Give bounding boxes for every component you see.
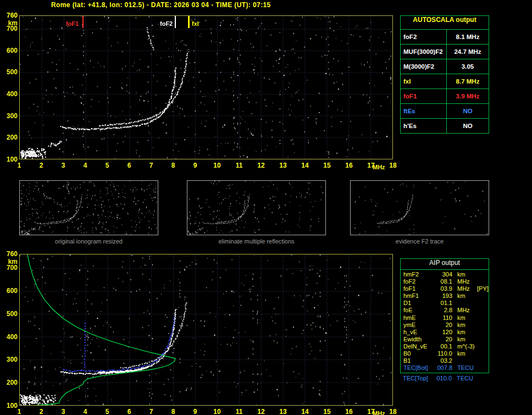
- aip-cell-val: 304: [435, 271, 457, 278]
- inverted-ionogram-plot: [19, 254, 393, 406]
- aip-cell-n: foF1: [403, 285, 435, 292]
- thumb-caption-eliminate: eliminate multiple reflections: [187, 238, 326, 245]
- aip-cell-u: TECU: [457, 375, 476, 382]
- marker-label-fof2: foF2: [160, 20, 173, 27]
- x-axis-unit-label: MHz: [373, 164, 385, 170]
- aip-row-hmF2: hmF2304km: [401, 271, 489, 278]
- thumb-caption-original: original ionogram resized: [19, 238, 158, 245]
- station-date-time-title: Rome (lat: +41.8, lon: 012.5) - DATE: 20…: [51, 1, 271, 9]
- autoscala-param-label: foF1: [401, 89, 447, 103]
- x-tick-label: 6: [121, 408, 137, 415]
- x-tick-label: 12: [253, 408, 269, 415]
- autoscala-param-label: MUF(3000)F2: [401, 45, 447, 59]
- aip-cell-n: h_vE: [403, 329, 435, 336]
- x-tick-label: 1: [11, 162, 27, 169]
- aip-row-ymE: ymE20km: [401, 322, 489, 329]
- aip-cell-val: 03.9: [435, 285, 457, 292]
- x-tick-label: 10: [209, 408, 225, 415]
- x-tick-label: 13: [275, 408, 291, 415]
- autoscala-param-value: 3.05: [447, 63, 489, 70]
- aip-cell-val: 110.0: [435, 350, 457, 357]
- x-tick-label: 13: [275, 162, 291, 169]
- aip-cell-note: [477, 357, 489, 364]
- y-tick-label: 300: [2, 356, 18, 363]
- scaled-ionogram-canvas: [20, 16, 392, 159]
- x-tick-label: 18: [385, 162, 401, 169]
- aip-cell-note: [PY]: [477, 285, 490, 292]
- x-axis-unit-label: MHz: [373, 410, 385, 415]
- x-tick-label: 14: [297, 408, 313, 415]
- thumb-caption-evidence: evidence F2 trace: [350, 238, 489, 245]
- aip-cell-note: [477, 364, 489, 372]
- aip-cell-val: 2.8: [435, 307, 457, 314]
- thumb-original-ionogram-canvas: [20, 181, 158, 235]
- aip-cell-val: 007.8: [435, 364, 457, 372]
- aip-cell-note: [477, 314, 489, 322]
- aip-cell-n: DelN_vE: [403, 343, 435, 350]
- autoscala-param-value: 24.7 MHz: [447, 48, 489, 55]
- aip-row-h_vE: h_vE120km: [401, 329, 489, 336]
- aip-cell-n: TEC[Top]: [403, 375, 435, 382]
- aip-cell-val: 03.2: [435, 357, 457, 364]
- x-tick-label: 3: [55, 408, 71, 415]
- x-tick-label: 4: [77, 162, 93, 169]
- y-tick-label: 500: [2, 68, 18, 76]
- autoscala-param-label: M(3000)F2: [401, 59, 447, 74]
- aip-cell-n: TEC[Bot]: [403, 364, 435, 372]
- aip-cell-u: MHz: [457, 307, 477, 314]
- x-tick-label: 2: [33, 162, 49, 169]
- aip-cell-u: km: [457, 292, 477, 300]
- marker-label-fof1: foF1: [66, 20, 79, 27]
- aip-cell-u: MHz: [457, 278, 477, 285]
- x-tick-label: 15: [319, 162, 335, 169]
- aip-cell-n: hmE: [403, 314, 435, 322]
- aip-cell-val: 010.0: [435, 375, 457, 382]
- autoscala-table-title: AUTOSCALA output: [401, 16, 489, 29]
- aip-cell-val: 01.1: [435, 300, 457, 307]
- y-tick-label: 760: [2, 12, 18, 19]
- aip-cell-n: ymE: [403, 322, 435, 329]
- aip-cell-u: MHz: [457, 285, 477, 292]
- aip-cell-n: Ewidth: [403, 336, 435, 343]
- aip-cell-n: foE: [403, 307, 435, 314]
- y-axis-unit-label: km: [2, 258, 18, 265]
- autoscala-param-value: NO: [447, 108, 489, 114]
- aip-row-B0: B0110.0km: [401, 350, 489, 357]
- autoscala-row-fxI: fxI8.7 MHz: [401, 74, 489, 88]
- aip-cell-note: [477, 336, 489, 343]
- autoscala-row-h'Es: h'EsNO: [401, 118, 489, 133]
- marker-label-fxi: fxI: [192, 20, 199, 27]
- aip-row-B1: B103.2: [401, 357, 489, 364]
- y-axis-unit-label: km: [2, 19, 18, 27]
- y-tick-label: 200: [2, 379, 18, 386]
- autoscala-param-label: ftEs: [401, 104, 447, 118]
- aip-row-DelN_vE: DelN_vE00.1m^(-3): [401, 343, 489, 350]
- aip-cell-u: [457, 357, 477, 364]
- thumb-original-ionogram: [19, 180, 158, 235]
- aip-tec-top-row: TEC[Top]010.0TECU: [400, 375, 489, 382]
- autoscala-row-foF1: foF13.9 MHz: [401, 88, 489, 103]
- autoscala-param-value: 8.1 MHz: [447, 34, 489, 40]
- y-tick-label: 200: [2, 134, 18, 141]
- aip-cell-n: B0: [403, 350, 435, 357]
- thumb-evidence-f2-trace: [350, 180, 489, 235]
- thumb-evidence-f2-trace-canvas: [351, 181, 489, 235]
- x-tick-label: 6: [121, 162, 137, 169]
- x-tick-label: 8: [165, 162, 181, 169]
- marker-line-fof2: [175, 16, 176, 28]
- x-tick-label: 2: [33, 408, 49, 415]
- x-tick-label: 7: [143, 408, 159, 415]
- aip-output-table: AIP output hmF2304kmfoF208.1MHzfoF103.9M…: [400, 258, 489, 373]
- x-tick-label: 4: [77, 408, 93, 415]
- aip-cell-note: [477, 350, 489, 357]
- aip-row-hmF1: hmF1193km: [401, 292, 489, 300]
- aip-cell-u: m^(-3): [457, 343, 477, 350]
- aip-cell-u: km: [457, 350, 477, 357]
- aip-cell-n: hmF2: [403, 271, 435, 278]
- aip-cell-note: [477, 271, 489, 278]
- x-tick-label: 11: [231, 162, 247, 169]
- x-tick-label: 14: [297, 162, 313, 169]
- x-tick-label: 12: [253, 162, 269, 169]
- aip-cell-u: km: [457, 314, 477, 322]
- aip-table-title: AIP output: [401, 259, 489, 270]
